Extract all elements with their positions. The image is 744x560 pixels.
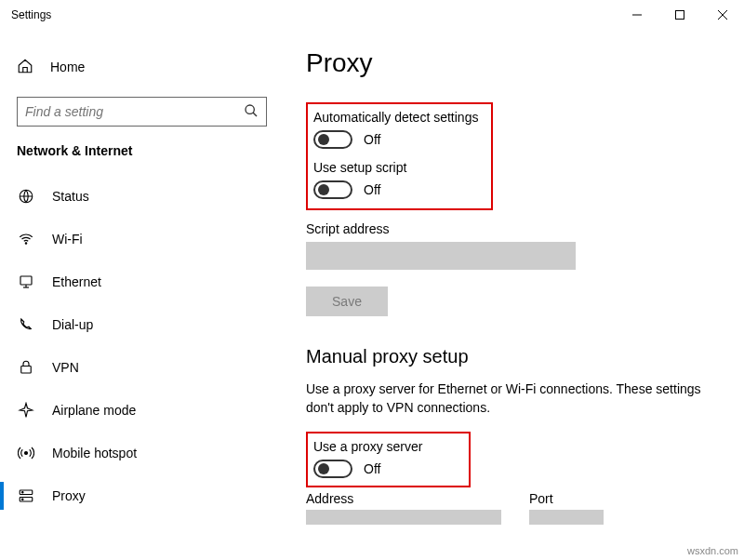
setup-script-toggle[interactable]	[313, 180, 352, 199]
watermark: wsxdn.com	[687, 545, 738, 556]
svg-line-5	[253, 113, 257, 116]
status-icon	[17, 188, 35, 205]
highlight-box-manual: Use a proxy server Off	[306, 432, 471, 487]
port-label: Port	[529, 491, 604, 506]
dialup-icon	[17, 316, 35, 333]
script-address-input	[306, 242, 576, 270]
auto-detect-label: Automatically detect settings	[313, 110, 478, 125]
home-label: Home	[50, 60, 85, 74]
save-button[interactable]: Save	[306, 287, 388, 316]
home-nav[interactable]: Home	[0, 48, 284, 86]
sidebar-item-status[interactable]: Status	[0, 175, 284, 218]
address-label: Address	[306, 491, 501, 506]
svg-rect-11	[21, 367, 32, 374]
nav-list: Status Wi-Fi Ethernet Dial-up	[0, 175, 284, 517]
wifi-icon	[17, 231, 35, 247]
svg-rect-1	[676, 11, 684, 20]
window-controls	[616, 0, 744, 30]
use-proxy-state: Off	[364, 461, 380, 476]
titlebar: Settings	[0, 0, 744, 30]
use-proxy-toggle[interactable]	[313, 460, 352, 478]
svg-point-4	[246, 105, 254, 113]
script-address-label: Script address	[306, 221, 725, 236]
home-icon	[17, 58, 33, 77]
airplane-icon	[17, 402, 35, 419]
sidebar-item-dialup[interactable]: Dial-up	[0, 303, 284, 346]
hotspot-icon	[17, 445, 35, 461]
search-box[interactable]	[17, 97, 267, 127]
svg-point-12	[25, 452, 28, 455]
sidebar-item-airplane[interactable]: Airplane mode	[0, 389, 284, 432]
sidebar-item-vpn[interactable]: VPN	[0, 346, 284, 389]
auto-detect-toggle[interactable]	[313, 130, 352, 149]
close-button[interactable]	[701, 0, 744, 30]
nav-label: Dial-up	[52, 317, 93, 332]
svg-point-15	[22, 492, 24, 494]
svg-point-7	[25, 243, 27, 245]
use-proxy-label: Use a proxy server	[313, 439, 422, 454]
content-pane: Proxy Automatically detect settings Off …	[284, 30, 744, 560]
maximize-button[interactable]	[658, 0, 701, 30]
nav-label: Status	[52, 189, 89, 204]
sidebar-item-wifi[interactable]: Wi-Fi	[0, 218, 284, 260]
auto-detect-state: Off	[364, 132, 380, 147]
svg-point-16	[22, 499, 24, 500]
page-title: Proxy	[306, 48, 725, 78]
port-input	[529, 510, 604, 525]
vpn-icon	[17, 359, 35, 376]
address-input	[306, 510, 501, 525]
sidebar-item-ethernet[interactable]: Ethernet	[0, 260, 284, 303]
nav-label: VPN	[52, 360, 79, 375]
ethernet-icon	[17, 273, 35, 290]
sidebar-item-hotspot[interactable]: Mobile hotspot	[0, 432, 284, 474]
sidebar: Home Network & Internet Status	[0, 30, 284, 560]
search-icon	[244, 103, 259, 121]
nav-label: Airplane mode	[52, 403, 136, 418]
nav-label: Ethernet	[52, 274, 101, 289]
window-title: Settings	[11, 8, 616, 21]
nav-label: Proxy	[52, 488, 86, 503]
nav-label: Wi-Fi	[52, 232, 83, 247]
sidebar-item-proxy[interactable]: Proxy	[0, 474, 284, 517]
highlight-box-auto: Automatically detect settings Off Use se…	[306, 102, 493, 210]
proxy-icon	[17, 487, 35, 504]
minimize-button[interactable]	[616, 0, 658, 30]
category-header: Network & Internet	[0, 138, 284, 175]
nav-label: Mobile hotspot	[52, 446, 137, 460]
setup-script-state: Off	[364, 182, 380, 197]
manual-section-title: Manual proxy setup	[306, 346, 725, 367]
search-input[interactable]	[25, 104, 244, 119]
setup-script-label: Use setup script	[313, 160, 478, 175]
svg-rect-8	[20, 276, 32, 285]
manual-description: Use a proxy server for Ethernet or Wi-Fi…	[306, 380, 725, 417]
